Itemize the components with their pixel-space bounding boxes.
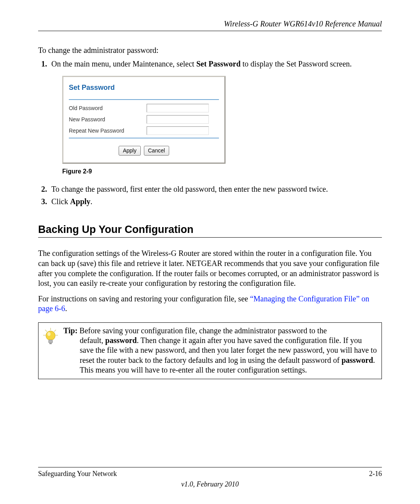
svg-point-5: [46, 331, 55, 340]
page-footer: Safeguarding Your Network 2-16 v1.0, Feb…: [38, 467, 382, 488]
old-password-input[interactable]: [147, 104, 209, 112]
tip-text: Tip: Before saving your configuration fi…: [63, 323, 382, 379]
backup-paragraph-2: For instructions on saving and restoring…: [38, 294, 382, 314]
new-password-label: New Password: [69, 116, 147, 123]
section-heading: Backing Up Your Configuration: [38, 224, 382, 238]
footer-page-number: 2-16: [369, 470, 382, 478]
lightbulb-icon: [38, 323, 63, 379]
svg-rect-8: [49, 343, 52, 344]
old-password-label: Old Password: [69, 105, 147, 112]
footer-section: Safeguarding Your Network: [38, 470, 117, 478]
step-3-bold: Apply: [70, 197, 90, 206]
old-password-row: Old Password: [69, 104, 219, 112]
dialog-divider-top: [69, 99, 219, 100]
set-password-dialog: Set Password Old Password New Password R…: [62, 76, 226, 164]
repeat-password-label: Repeat New Password: [69, 127, 147, 134]
page-header: Wireless-G Router WGR614v10 Reference Ma…: [38, 19, 382, 31]
footer-version: v1.0, February 2010: [38, 480, 382, 488]
step-1-bold: Set Password: [196, 60, 241, 68]
svg-line-2: [54, 330, 56, 332]
new-password-row: New Password: [69, 115, 219, 124]
intro-text: To change the administrator password:: [38, 46, 382, 55]
apply-button[interactable]: Apply: [119, 146, 141, 155]
figure-caption: Figure 2-9: [62, 168, 382, 176]
repeat-password-row: Repeat New Password: [69, 126, 219, 135]
backup-paragraph-1: The configuration settings of the Wirele…: [38, 248, 382, 288]
step-3: Click Apply.: [49, 196, 382, 206]
step-2: To change the password, first enter the …: [49, 184, 382, 194]
step-1: On the main menu, under Maintenance, sel…: [49, 59, 382, 175]
dialog-title: Set Password: [69, 82, 219, 99]
tip-box: Tip: Before saving your configuration fi…: [38, 322, 382, 379]
new-password-input[interactable]: [147, 115, 209, 124]
doc-title: Wireless-G Router WGR614v10 Reference Ma…: [224, 19, 382, 28]
svg-point-6: [47, 332, 51, 336]
repeat-password-input[interactable]: [147, 126, 209, 135]
tip-label: Tip:: [63, 326, 77, 335]
cancel-button[interactable]: Cancel: [144, 146, 170, 155]
dialog-divider-bottom: [69, 138, 219, 138]
svg-line-1: [45, 330, 47, 332]
svg-rect-7: [49, 340, 52, 343]
